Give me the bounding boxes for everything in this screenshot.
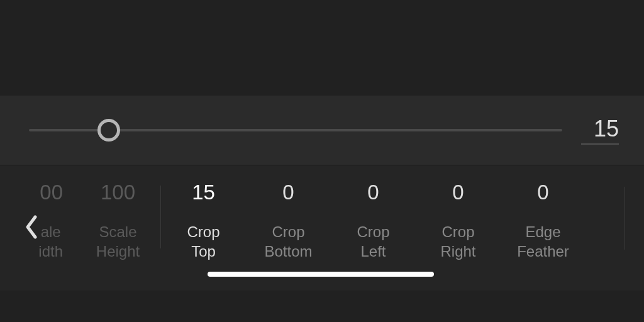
param-label: Crop Left <box>357 222 389 261</box>
slider-value-display[interactable]: 15 <box>581 116 619 145</box>
parameters-panel: 00 ale idth 100 Scale Height 15 Crop Top… <box>0 165 644 291</box>
param-label: Crop Bottom <box>264 222 312 261</box>
param-value: 15 <box>192 180 215 204</box>
param-crop-right[interactable]: 0 Crop Right <box>416 180 501 261</box>
param-scale-width[interactable]: 00 ale idth <box>38 180 75 261</box>
slider-track[interactable] <box>29 129 562 131</box>
param-label: Edge Feather <box>517 222 569 261</box>
param-crop-top[interactable]: 15 Crop Top <box>161 180 246 261</box>
param-value: 100 <box>101 180 135 204</box>
divider <box>625 187 625 250</box>
param-crop-bottom[interactable]: 0 Crop Bottom <box>246 180 331 261</box>
param-label: ale idth <box>38 222 63 261</box>
param-label: Crop Top <box>187 222 219 261</box>
slider-panel: 15 <box>0 96 644 165</box>
param-label: Scale Height <box>96 222 140 261</box>
param-scale-height[interactable]: 100 Scale Height <box>75 180 160 261</box>
param-value: 0 <box>282 180 294 204</box>
param-value: 0 <box>452 180 464 204</box>
preview-area <box>0 0 644 96</box>
param-value: 0 <box>537 180 548 204</box>
parameters-list[interactable]: 00 ale idth 100 Scale Height 15 Crop Top… <box>38 165 644 261</box>
slider-handle[interactable] <box>97 119 120 142</box>
scrollbar-thumb[interactable] <box>208 272 434 277</box>
param-label: Crop Right <box>440 222 475 261</box>
param-crop-left[interactable]: 0 Crop Left <box>331 180 416 261</box>
param-edge-feather[interactable]: 0 Edge Feather <box>501 180 586 261</box>
param-value: 00 <box>40 180 63 204</box>
param-value: 0 <box>367 180 379 204</box>
